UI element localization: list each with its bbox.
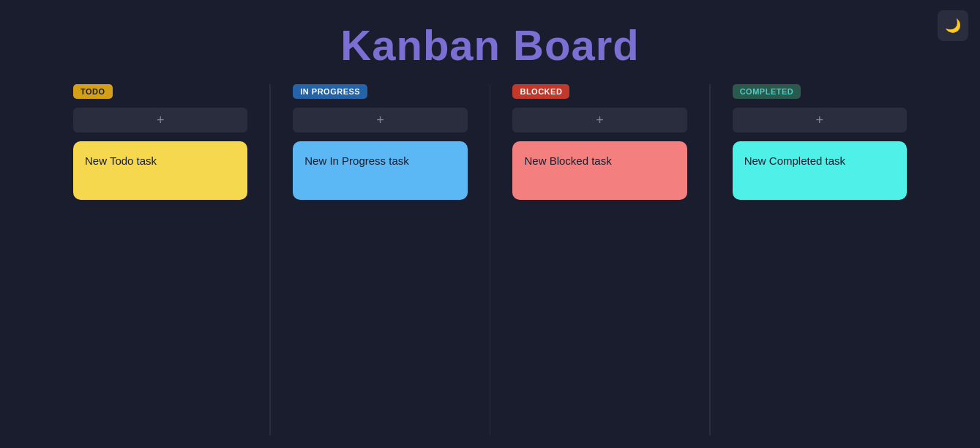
column-badge-completed: COMPLETED (733, 84, 801, 99)
kanban-board: TODO+New Todo taskIN PROGRESS+New In Pro… (0, 84, 980, 436)
add-task-button-blocked[interactable]: + (512, 108, 687, 132)
column-completed: COMPLETED+New Completed task (733, 84, 907, 436)
column-todo: TODO+New Todo task (73, 84, 247, 436)
column-badge-todo: TODO (73, 84, 113, 99)
column-badge-blocked: BLOCKED (512, 84, 569, 99)
column-divider (709, 84, 711, 436)
add-task-button-inprogress[interactable]: + (293, 108, 467, 132)
task-card-blocked[interactable]: New Blocked task (512, 141, 687, 200)
task-card-completed[interactable]: New Completed task (733, 141, 907, 200)
add-task-button-todo[interactable]: + (73, 108, 247, 132)
column-divider (269, 84, 271, 436)
page-header: Kanban Board (0, 0, 980, 84)
column-header-todo: TODO (73, 84, 247, 99)
column-header-blocked: BLOCKED (512, 84, 687, 99)
add-task-button-completed[interactable]: + (733, 108, 907, 132)
column-header-completed: COMPLETED (733, 84, 907, 99)
page-title: Kanban Board (0, 20, 980, 70)
column-badge-inprogress: IN PROGRESS (293, 84, 367, 99)
column-divider (490, 84, 491, 436)
task-card-inprogress[interactable]: New In Progress task (293, 141, 467, 200)
task-card-todo[interactable]: New Todo task (73, 141, 247, 200)
column-header-inprogress: IN PROGRESS (293, 84, 467, 99)
moon-icon: 🌙 (945, 18, 961, 34)
dark-mode-toggle[interactable]: 🌙 (938, 10, 968, 41)
column-inprogress: IN PROGRESS+New In Progress task (293, 84, 467, 436)
column-blocked: BLOCKED+New Blocked task (512, 84, 687, 436)
